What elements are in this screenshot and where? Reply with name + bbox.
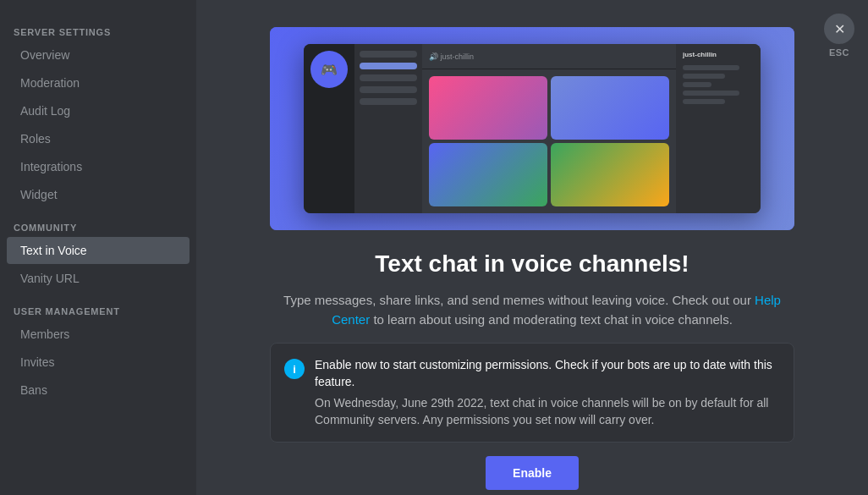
hero-mock-ui: 🎮 🔊 just-chillin bbox=[304, 44, 761, 213]
feature-description: Type messages, share links, and send mem… bbox=[270, 291, 794, 329]
main-content: ✕ ESC 🎮 bbox=[196, 0, 868, 495]
sidebar-item-moderation[interactable]: Moderation bbox=[7, 69, 190, 96]
mock-panel-line-5 bbox=[683, 99, 725, 104]
voice-participant-1 bbox=[429, 76, 547, 140]
sidebar-item-label: Roles bbox=[20, 132, 51, 146]
sidebar-item-label: Overview bbox=[20, 48, 69, 62]
close-button-area[interactable]: ✕ ESC bbox=[824, 14, 854, 58]
mock-panel-line-4 bbox=[683, 91, 739, 96]
sidebar-item-label: Integrations bbox=[20, 160, 82, 173]
info-primary-text: Enable now to start customizing permissi… bbox=[315, 357, 780, 390]
mock-channel-1 bbox=[360, 51, 417, 58]
close-button[interactable]: ✕ bbox=[824, 14, 854, 44]
esc-label: ESC bbox=[829, 47, 849, 58]
sidebar-item-label: Bans bbox=[20, 383, 47, 397]
sidebar-item-overview[interactable]: Overview bbox=[7, 41, 190, 69]
mock-channel-5 bbox=[360, 98, 417, 105]
desc-text-1: Type messages, share links, and send mem… bbox=[283, 293, 751, 307]
sidebar-item-invites[interactable]: Invites bbox=[7, 349, 190, 376]
voice-participant-2 bbox=[551, 76, 669, 140]
sidebar-item-roles[interactable]: Roles bbox=[7, 125, 190, 152]
sidebar-item-label: Members bbox=[20, 327, 69, 341]
voice-participant-3 bbox=[429, 143, 547, 206]
mock-panel-username: just-chillin bbox=[683, 51, 754, 58]
sidebar-item-members[interactable]: Members bbox=[7, 321, 190, 348]
sidebar-item-label: Invites bbox=[20, 355, 54, 369]
sidebar-item-label: Moderation bbox=[20, 76, 80, 90]
voice-participant-4 bbox=[551, 143, 669, 206]
content-area: Text chat in voice channels! Type messag… bbox=[270, 250, 794, 490]
hero-background: 🎮 🔊 just-chillin bbox=[270, 27, 794, 230]
feature-title: Text chat in voice channels! bbox=[375, 250, 689, 278]
mock-channel-name: 🔊 just-chillin bbox=[429, 52, 474, 61]
sidebar-item-audit-log[interactable]: Audit Log bbox=[7, 97, 190, 124]
mock-channels bbox=[354, 44, 422, 213]
mock-right-panel: just-chillin bbox=[676, 44, 761, 213]
mock-channel-2 bbox=[360, 63, 417, 69]
info-secondary-text: On Wednesday, June 29th 2022, text chat … bbox=[315, 395, 780, 428]
mock-server-sidebar: 🎮 bbox=[304, 44, 354, 213]
sidebar-item-widget[interactable]: Widget bbox=[7, 181, 190, 208]
mock-main-area: 🔊 just-chillin bbox=[422, 44, 676, 213]
sidebar-item-text-in-voice[interactable]: Text in Voice bbox=[7, 237, 190, 264]
sidebar-item-integrations[interactable]: Integrations bbox=[7, 153, 190, 180]
mock-server-icon: 🎮 bbox=[310, 51, 348, 88]
mock-panel-line-2 bbox=[683, 74, 725, 79]
community-label: COMMUNITY bbox=[0, 209, 196, 236]
sidebar-item-label: Widget bbox=[20, 188, 58, 201]
sidebar-item-bans[interactable]: Bans bbox=[7, 377, 190, 404]
close-icon: ✕ bbox=[834, 21, 845, 37]
enable-button[interactable]: Enable bbox=[486, 456, 579, 490]
user-management-label: USER MANAGEMENT bbox=[0, 293, 196, 320]
sidebar-item-label: Vanity URL bbox=[20, 272, 80, 285]
sidebar-item-label: Audit Log bbox=[20, 104, 70, 118]
info-text-area: Enable now to start customizing permissi… bbox=[315, 357, 780, 428]
mock-panel-line-1 bbox=[683, 65, 739, 70]
server-settings-label: SERVER SETTINGS bbox=[0, 14, 196, 41]
sidebar-item-vanity-url[interactable]: Vanity URL bbox=[7, 265, 190, 292]
info-icon: i bbox=[284, 359, 305, 379]
mock-voice-grid bbox=[422, 69, 676, 213]
hero-image: 🎮 🔊 just-chillin bbox=[270, 27, 794, 230]
sidebar-item-label: Text in Voice bbox=[20, 244, 87, 257]
sidebar: SERVER SETTINGS Overview Moderation Audi… bbox=[0, 0, 196, 495]
desc-text-2: to learn about using and moderating text… bbox=[373, 312, 732, 327]
mock-channel-3 bbox=[360, 74, 417, 81]
mock-channel-4 bbox=[360, 86, 417, 93]
mock-header: 🔊 just-chillin bbox=[422, 44, 676, 69]
info-box: i Enable now to start customizing permis… bbox=[270, 343, 794, 443]
mock-panel-line-3 bbox=[683, 82, 711, 87]
